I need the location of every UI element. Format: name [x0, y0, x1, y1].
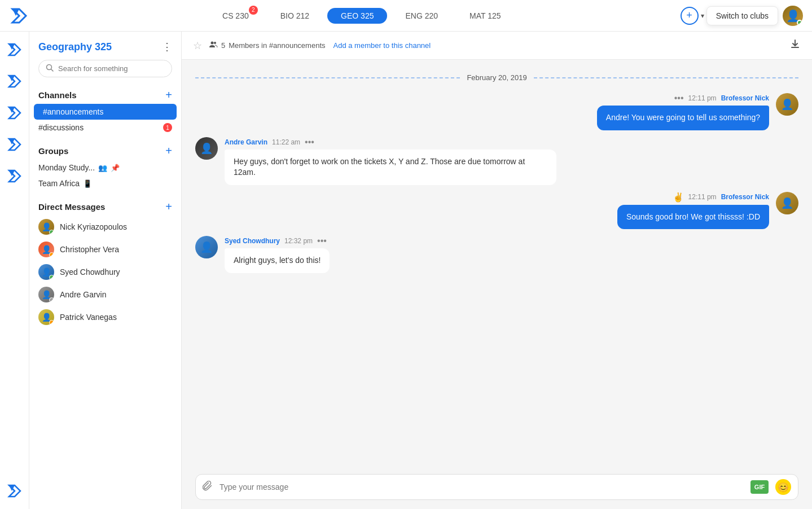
group-team-africa[interactable]: Team Africa 📱 [29, 175, 181, 191]
members-info: 5 Members in #announcements Add a member… [209, 40, 431, 51]
dm-andre[interactable]: 👤 Andre Garvin [29, 283, 181, 306]
channels-section-header: Channels + [29, 84, 181, 104]
attach-icon[interactable] [203, 481, 213, 494]
msg-content-4: Syed Chowdhury 12:32 pm ••• Alright guys… [225, 236, 330, 273]
dm-patrick[interactable]: 👤 Patrick Vanegas [29, 306, 181, 328]
msg-avatar-nick-2: 👤 [776, 192, 798, 214]
nav-tab-eng220[interactable]: ENG 220 [392, 8, 451, 24]
group-pin-icon: 📌 [111, 164, 120, 172]
svg-point-16 [211, 42, 214, 45]
msg-avatar-syed: 👤 [195, 236, 218, 258]
sidebar-icon-3[interactable] [6, 104, 24, 122]
discussions-badge: 1 [163, 123, 172, 132]
channel-discussions[interactable]: #discussions 1 [29, 120, 181, 135]
dm-avatar-christopher: 👤 [38, 242, 54, 257]
msg-meta-1: ••• 12:11 pm Brofessor Nick [597, 93, 769, 103]
message-row-4: 👤 Syed Chowdhury 12:32 pm ••• Alright gu… [195, 236, 798, 273]
group-members-icon: 👥 [98, 164, 107, 172]
msg-time-2: 11:22 am [272, 138, 300, 146]
message-input[interactable] [220, 482, 744, 492]
members-label: Members in #announcements [229, 41, 325, 50]
members-icon [209, 40, 218, 51]
date-line-left [195, 77, 460, 78]
add-member-link[interactable]: Add a member to this channel [333, 41, 431, 50]
dm-status-andre [49, 297, 54, 302]
msg-content-3: ✌ 12:11 pm Brofessor Nick Sounds good br… [617, 192, 769, 230]
groups-label: Groups [38, 146, 68, 156]
dm-status-syed [49, 275, 54, 280]
date-label: February 20, 2019 [467, 73, 526, 82]
msg-meta-4: Syed Chowdhury 12:32 pm ••• [225, 236, 330, 246]
star-icon[interactable]: ☆ [193, 40, 202, 52]
msg-meta-3: ✌ 12:11 pm Brofessor Nick [617, 192, 769, 203]
nav-tab-geo325[interactable]: GEO 325 [327, 8, 387, 24]
dm-status-nick [49, 230, 54, 235]
msg-options-icon-2[interactable]: ••• [305, 137, 314, 147]
dm-status-patrick [49, 320, 54, 325]
main-layout: Geography 325 ⋮ Channels + #announcement… [0, 32, 812, 509]
msg-avatar-andre: 👤 [195, 137, 218, 160]
msg-options-icon-4[interactable]: ••• [317, 236, 327, 246]
dm-syed[interactable]: 👤 Syed Chowdhury [29, 261, 181, 283]
nav-tab-mat125[interactable]: MAT 125 [456, 8, 515, 24]
msg-time-3: 12:11 pm [688, 193, 717, 201]
dm-section-header: Direct Messages + [29, 196, 181, 216]
sidebar-icon-2[interactable] [6, 72, 24, 90]
top-nav: CS 230 2 BIO 212 GEO 325 ENG 220 MAT 125… [0, 0, 812, 32]
members-count: 5 [221, 41, 225, 50]
app-logo[interactable] [9, 6, 29, 26]
msg-bubble-3: Sounds good bro! We got thissss! :DD [617, 205, 769, 230]
message-row-1: 👤 ••• 12:11 pm Brofessor Nick Andre! You… [195, 93, 798, 130]
dm-christopher[interactable]: 👤 Christopher Vera [29, 238, 181, 261]
add-group-icon[interactable]: + [165, 144, 172, 157]
message-row-2: 👤 Andre Garvin 11:22 am ••• Hey guys, do… [195, 137, 798, 185]
date-line-right [534, 77, 798, 78]
dm-avatar-patrick: 👤 [38, 309, 54, 325]
svg-point-17 [214, 42, 216, 44]
msg-content-1: ••• 12:11 pm Brofessor Nick Andre! You w… [597, 93, 769, 130]
channels-label: Channels [38, 90, 77, 100]
download-icon[interactable] [789, 38, 801, 52]
course-title: Geography 325 [38, 41, 112, 53]
msg-sender-4: Syed Chowdhury [225, 237, 280, 245]
message-input-box: GIF 😊 [195, 474, 798, 500]
kebab-menu-icon[interactable]: ⋮ [162, 41, 172, 53]
icon-sidebar [0, 32, 29, 509]
msg-options-icon-3[interactable]: ✌ [673, 192, 684, 203]
channel-announcements[interactable]: #announcements [34, 104, 177, 120]
online-status-dot [797, 20, 802, 25]
search-icon [46, 64, 54, 73]
group-phone-icon: 📱 [83, 179, 92, 188]
group-monday-study[interactable]: Monday Study... 👥 📌 [29, 160, 181, 175]
sidebar-icon-4[interactable] [6, 135, 24, 153]
nav-tab-cs230[interactable]: CS 230 2 [209, 8, 262, 24]
dropdown-arrow-icon[interactable]: ▾ [701, 12, 704, 20]
dm-nick[interactable]: 👤 Nick Kyriazopoulos [29, 216, 181, 238]
search-bar[interactable] [38, 60, 172, 77]
msg-bubble-1: Andre! You were going to tell us somethi… [597, 106, 769, 130]
msg-meta-2: Andre Garvin 11:22 am ••• [225, 137, 556, 147]
add-class-button[interactable]: + [681, 7, 699, 25]
msg-avatar-nick-1: 👤 [776, 93, 798, 116]
search-input[interactable] [58, 64, 165, 73]
nav-tab-bio212[interactable]: BIO 212 [267, 8, 323, 24]
nav-actions: + ▾ Switch to clubs 👤 [681, 6, 803, 26]
sidebar-icon-1[interactable] [6, 41, 24, 59]
emoji-button[interactable]: 😊 [775, 479, 791, 495]
add-channel-icon[interactable]: + [165, 89, 172, 102]
gif-button[interactable]: GIF [750, 480, 769, 494]
msg-time-1: 12:11 pm [688, 94, 717, 102]
user-avatar[interactable]: 👤 [783, 6, 803, 26]
dm-avatar-syed: 👤 [38, 264, 54, 280]
msg-options-icon-1[interactable]: ••• [674, 93, 684, 103]
msg-time-4: 12:32 pm [284, 237, 313, 245]
dm-status-christopher [49, 252, 54, 257]
msg-sender-2: Andre Garvin [225, 138, 267, 146]
sidebar-icon-6[interactable] [6, 482, 24, 500]
sidebar-icon-5[interactable] [6, 167, 24, 185]
switch-clubs-button[interactable]: Switch to clubs [706, 6, 778, 25]
add-dm-icon[interactable]: + [165, 200, 172, 213]
messages-area: February 20, 2019 👤 ••• 12:11 pm Brofess… [182, 60, 812, 467]
groups-section-header: Groups + [29, 140, 181, 160]
dm-avatar-nick: 👤 [38, 219, 54, 235]
